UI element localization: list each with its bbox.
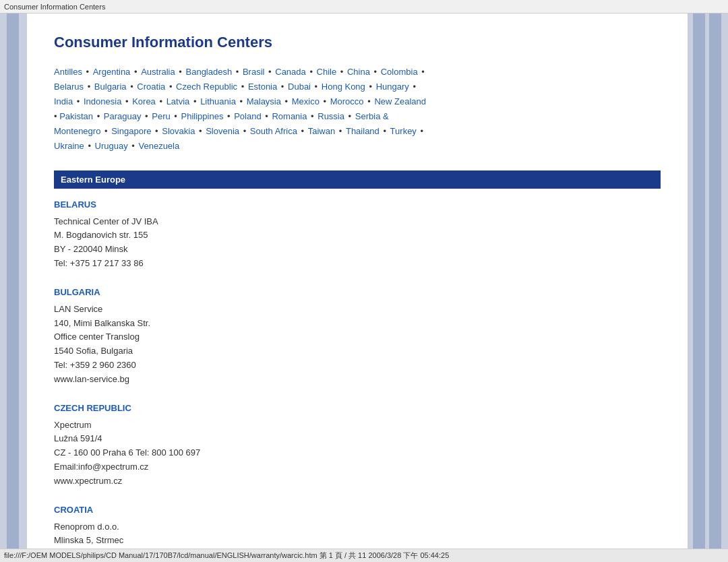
- title-bar-text: Consumer Information Centers: [4, 3, 105, 11]
- link-south-africa[interactable]: South Africa: [250, 126, 297, 136]
- links-section: Antilles • Argentina • Australia • Bangl…: [54, 65, 661, 154]
- link-russia[interactable]: Russia: [317, 111, 344, 121]
- link-mexico[interactable]: Mexico: [292, 96, 320, 106]
- bullet: •: [381, 126, 389, 136]
- bullet: •: [177, 67, 185, 77]
- link-korea[interactable]: Korea: [132, 96, 156, 106]
- link-lithuania[interactable]: Lithuania: [200, 96, 236, 106]
- link-ukraine[interactable]: Ukraine: [54, 141, 84, 151]
- country-section-croatia: CROATIA Renoprom d.o.o. Mlinska 5, Strme…: [54, 505, 661, 549]
- bullet: •: [166, 82, 175, 92]
- bullet: •: [241, 126, 249, 136]
- link-paraguay[interactable]: Paraguay: [104, 111, 142, 121]
- bullet: •: [123, 96, 131, 106]
- bullet: •: [263, 111, 271, 121]
- link-argentina[interactable]: Argentina: [93, 67, 131, 77]
- link-montenegro[interactable]: Montenegro: [54, 126, 100, 136]
- bullet: •: [131, 67, 140, 77]
- left-sidebar: [0, 13, 27, 549]
- link-croatia[interactable]: Croatia: [137, 82, 165, 92]
- bullet: •: [172, 111, 180, 121]
- page-title: Consumer Information Centers: [54, 34, 661, 51]
- bullet: •: [85, 82, 93, 92]
- link-australia[interactable]: Australia: [141, 67, 175, 77]
- link-thailand[interactable]: Thailand: [346, 126, 380, 136]
- link-brasil[interactable]: Brasil: [243, 67, 265, 77]
- bullet: •: [142, 111, 150, 121]
- link-czech-republic[interactable]: Czech Republic: [176, 82, 237, 92]
- link-romania[interactable]: Romania: [272, 111, 307, 121]
- bullet: •: [129, 141, 138, 151]
- link-taiwan[interactable]: Taiwan: [308, 126, 335, 136]
- bullet: •: [74, 96, 82, 106]
- bullet: •: [233, 67, 241, 77]
- bullet: •: [102, 126, 110, 136]
- bullet: •: [128, 82, 136, 92]
- bullet: •: [299, 126, 307, 136]
- link-serbia[interactable]: Serbia &: [355, 111, 389, 121]
- status-bar-text: file:///F:/OEM MODELS/philips/CD Manual/…: [4, 551, 449, 561]
- bullet: •: [312, 82, 320, 92]
- link-venezuela[interactable]: Venezuela: [139, 141, 180, 151]
- link-slovakia[interactable]: Slovakia: [162, 126, 195, 136]
- link-hungary[interactable]: Hungary: [376, 82, 409, 92]
- link-colombia[interactable]: Colombia: [381, 67, 418, 77]
- link-peru[interactable]: Peru: [152, 111, 170, 121]
- bullet: •: [157, 96, 165, 106]
- bullet: •: [94, 111, 102, 121]
- bullet: •: [307, 67, 315, 77]
- link-turkey[interactable]: Turkey: [390, 126, 417, 136]
- bullet: •: [367, 82, 375, 92]
- country-section-bulgaria: BULGARIA LAN Service 140, Mimi Balkanska…: [54, 287, 661, 387]
- country-title-czech-republic: CZECH REPUBLIC: [54, 403, 661, 413]
- link-slovenia[interactable]: Slovenia: [206, 126, 239, 136]
- country-details-czech-republic: Xpectrum Lužná 591/4 CZ - 160 00 Praha 6…: [54, 418, 661, 489]
- bullet: •: [336, 126, 344, 136]
- bullet: •: [191, 96, 199, 106]
- country-title-bulgaria: BULGARIA: [54, 287, 661, 297]
- page-content: Consumer Information Centers Antilles • …: [27, 13, 688, 549]
- bullet: •: [321, 96, 329, 106]
- bullet: •: [371, 67, 380, 77]
- link-morocco[interactable]: Morocco: [330, 96, 364, 106]
- link-canada[interactable]: Canada: [275, 67, 306, 77]
- country-details-croatia: Renoprom d.o.o. Mlinska 5, Strmec HR - 4…: [54, 520, 661, 549]
- link-philippines[interactable]: Philippines: [181, 111, 224, 121]
- link-india[interactable]: India: [54, 96, 73, 106]
- bullet: •: [282, 96, 291, 106]
- link-estonia[interactable]: Estonia: [248, 82, 277, 92]
- country-section-belarus: BELARUS Technical Center of JV IBA M. Bo…: [54, 199, 661, 271]
- country-title-croatia: CROATIA: [54, 505, 661, 515]
- link-antilles[interactable]: Antilles: [54, 67, 82, 77]
- link-chile[interactable]: Chile: [317, 67, 337, 77]
- bullet: •: [152, 126, 160, 136]
- link-uruguay[interactable]: Uruguay: [95, 141, 128, 151]
- bullet: •: [84, 67, 92, 77]
- bullet: •: [338, 67, 346, 77]
- link-new-zealand[interactable]: New Zealand: [374, 96, 426, 106]
- link-china[interactable]: China: [347, 67, 370, 77]
- country-section-czech-republic: CZECH REPUBLIC Xpectrum Lužná 591/4 CZ -…: [54, 403, 661, 489]
- bullet: •: [346, 111, 354, 121]
- link-malaysia[interactable]: Malaysia: [247, 96, 281, 106]
- link-hong-kong[interactable]: Hong Kong: [322, 82, 365, 92]
- link-indonesia[interactable]: Indonesia: [84, 96, 121, 106]
- country-details-bulgaria: LAN Service 140, Mimi Balkanska Str. Off…: [54, 303, 661, 387]
- link-bangladesh[interactable]: Bangladesh: [186, 67, 233, 77]
- section-header: Eastern Europe: [54, 170, 661, 189]
- link-bulgaria[interactable]: Bulgaria: [94, 82, 127, 92]
- link-latvia[interactable]: Latvia: [166, 96, 190, 106]
- right-sidebar: [688, 13, 728, 549]
- bullet: •: [411, 82, 416, 92]
- bullet: •: [224, 111, 233, 121]
- country-title-belarus: BELARUS: [54, 199, 661, 210]
- bullet: •: [239, 82, 247, 92]
- link-singapore[interactable]: Singapore: [111, 126, 151, 136]
- link-pakistan[interactable]: Pakistan: [59, 111, 93, 121]
- bullet: •: [196, 126, 204, 136]
- bullet: •: [365, 96, 373, 106]
- bullet: •: [308, 111, 316, 121]
- link-poland[interactable]: Poland: [234, 111, 261, 121]
- link-dubai[interactable]: Dubai: [288, 82, 311, 92]
- link-belarus[interactable]: Belarus: [54, 82, 84, 92]
